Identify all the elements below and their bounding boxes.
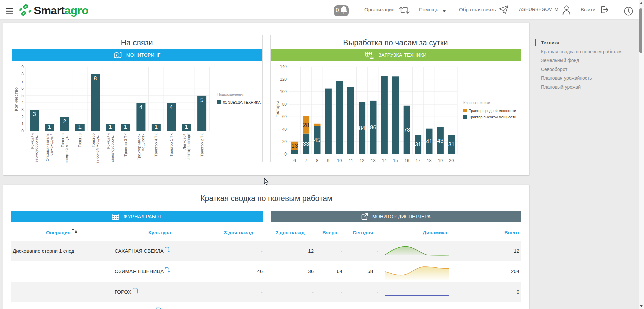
- svg-text:10: 10: [337, 158, 342, 163]
- svg-text:1: 1: [48, 124, 51, 130]
- svg-text:120: 120: [280, 77, 287, 82]
- svg-text:60: 60: [282, 114, 287, 119]
- svg-text:5: 5: [21, 93, 24, 98]
- svg-text:41: 41: [426, 138, 432, 145]
- svg-text:45: 45: [314, 137, 320, 143]
- svg-text:7: 7: [21, 79, 24, 84]
- svg-text:17: 17: [416, 158, 420, 163]
- svg-text:9: 9: [21, 65, 24, 69]
- svg-text:20: 20: [449, 158, 454, 163]
- svg-text:Трактор малоймощности: Трактор малоймощности: [137, 133, 145, 160]
- svg-text:16: 16: [404, 158, 409, 163]
- svg-text:Легковойавтотранспорт: Легковойавтотранспорт: [182, 133, 191, 159]
- svg-text:Трактор: Трактор: [78, 133, 82, 147]
- svg-text:0: 0: [21, 129, 24, 133]
- svg-text:Подразделения: Подразделения: [217, 92, 244, 96]
- svg-text:0: 0: [284, 152, 287, 157]
- svg-text:Опрыскивательсамоходный: Опрыскивательсамоходный: [45, 133, 53, 161]
- svg-text:78: 78: [404, 127, 410, 133]
- svg-text:6: 6: [21, 86, 24, 91]
- svg-text:20: 20: [282, 139, 287, 144]
- svg-text:13: 13: [371, 158, 375, 163]
- svg-text:1: 1: [21, 122, 24, 126]
- svg-text:1: 1: [124, 124, 127, 130]
- svg-text:4: 4: [170, 104, 173, 110]
- svg-text:Количество: Количество: [14, 87, 19, 111]
- svg-text:Трактор 1 ТК: Трактор 1 ТК: [169, 133, 173, 157]
- svg-text:4: 4: [139, 104, 142, 110]
- svg-text:8: 8: [21, 72, 24, 76]
- svg-text:15: 15: [393, 158, 398, 163]
- svg-text:140: 140: [280, 64, 287, 69]
- svg-text:Трактор 2 ТК: Трактор 2 ТК: [200, 133, 204, 157]
- svg-text:Комбайнзерноуборочн…: Комбайнзерноуборочн…: [30, 133, 38, 162]
- svg-text:14: 14: [382, 158, 387, 163]
- svg-text:8: 8: [316, 158, 318, 163]
- svg-text:28: 28: [303, 122, 309, 128]
- svg-text:13: 13: [291, 143, 298, 149]
- svg-text:18: 18: [427, 158, 431, 163]
- svg-text:1: 1: [185, 124, 188, 130]
- svg-text:Трактор 4 ТК: Трактор 4 ТК: [154, 133, 158, 157]
- svg-text:1: 1: [155, 124, 158, 130]
- svg-text:84: 84: [359, 125, 365, 131]
- svg-text:3: 3: [33, 111, 36, 117]
- svg-text:1: 1: [78, 124, 82, 130]
- svg-text:Трактор средней мощности: Трактор средней мощности: [469, 109, 516, 113]
- svg-text:11: 11: [348, 158, 353, 163]
- svg-text:Тракторсредней мощн…: Тракторсредней мощн…: [61, 133, 69, 163]
- svg-text:40: 40: [282, 127, 287, 132]
- svg-text:31: 31: [448, 141, 455, 148]
- svg-text:12: 12: [360, 158, 364, 163]
- svg-text:Тракторвысокой мощн…: Тракторвысокой мощн…: [91, 133, 99, 163]
- svg-text:7: 7: [305, 158, 307, 163]
- svg-text:2: 2: [21, 115, 24, 119]
- svg-text:01 ЗВЕЗДА ТЕХНИКА: 01 ЗВЕЗДА ТЕХНИКА: [223, 100, 261, 104]
- svg-text:Трактор 3 ТК: Трактор 3 ТК: [124, 133, 128, 157]
- svg-text:3: 3: [21, 107, 24, 112]
- svg-text:33: 33: [303, 141, 309, 147]
- svg-text:4: 4: [21, 100, 24, 105]
- svg-text:31: 31: [415, 141, 421, 148]
- svg-text:6: 6: [293, 158, 296, 163]
- svg-text:Гектары: Гектары: [275, 101, 280, 118]
- svg-text:Классы техники: Классы техники: [463, 101, 490, 105]
- svg-text:19: 19: [438, 158, 443, 163]
- svg-text:2: 2: [63, 118, 66, 125]
- svg-text:86: 86: [370, 124, 376, 131]
- svg-text:100: 100: [280, 89, 287, 94]
- svg-text:1: 1: [109, 124, 112, 130]
- svg-text:5: 5: [200, 97, 203, 103]
- svg-text:43: 43: [437, 138, 443, 144]
- svg-text:80: 80: [282, 102, 287, 107]
- svg-text:9: 9: [327, 158, 329, 163]
- svg-text:Комбайнсвеклоубороч…: Комбайнсвеклоубороч…: [106, 133, 114, 162]
- svg-text:Трактор высокой мощности: Трактор высокой мощности: [469, 115, 516, 119]
- svg-text:8: 8: [94, 75, 97, 82]
